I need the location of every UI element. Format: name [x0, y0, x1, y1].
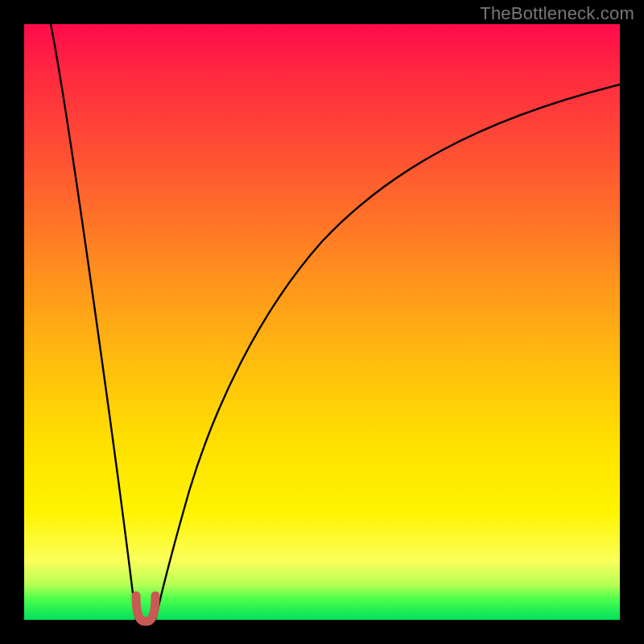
curve-layer: [24, 24, 620, 620]
curve-left-branch: [51, 24, 136, 620]
plot-area: [24, 24, 620, 620]
curve-right-branch: [155, 85, 620, 620]
watermark-text: TheBottleneck.com: [480, 3, 634, 24]
bottom-marker: [136, 596, 155, 621]
chart-frame: TheBottleneck.com: [0, 0, 644, 644]
